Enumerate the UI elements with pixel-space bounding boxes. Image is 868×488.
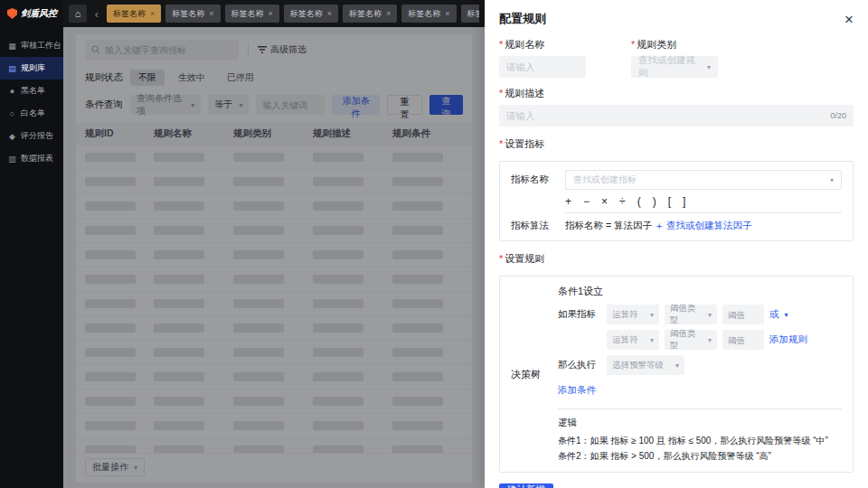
sidebar-item-label: 规则库 (21, 62, 45, 74)
operator-select[interactable]: 运算符 (607, 305, 659, 324)
drawer-mask[interactable] (63, 27, 485, 488)
tab-label: 标签名称 (231, 8, 264, 20)
operator-button[interactable]: ) (653, 196, 656, 207)
tab-label: 标签名称 (408, 8, 440, 20)
condition-row-2: 运算符 阈值类型 添加规则 (607, 330, 842, 350)
tab[interactable]: 标签名称 × (343, 5, 397, 23)
whitelist-icon: ○ (7, 109, 17, 118)
rule-desc-label: 规则描述 (499, 87, 854, 100)
sidebar-item-label: 数据报表 (21, 153, 53, 164)
operator-button[interactable]: ÷ (619, 196, 626, 207)
expression-plus: + (656, 221, 662, 231)
sidebar-item[interactable]: ○ 白名单 (0, 102, 63, 125)
char-counter: 0/20 (830, 111, 846, 120)
then-row: 那么执行 选择预警等级 (558, 355, 842, 375)
confirm-add-button[interactable]: 确认新增 (499, 483, 553, 488)
or-dropdown[interactable]: 或 (769, 308, 788, 321)
operator-select[interactable]: 运算符 (607, 330, 659, 350)
tab-close-icon[interactable]: × (209, 9, 213, 18)
logic-label: 逻辑 (558, 417, 842, 429)
sidebar-item-label: 评分报告 (21, 130, 53, 142)
tab[interactable]: 标签名称 × (165, 5, 220, 23)
operator-button[interactable]: × (601, 196, 608, 207)
create-algo-factor-link[interactable]: 查找或创建算法因子 (666, 220, 752, 232)
close-icon[interactable]: × (844, 12, 854, 27)
sidebar-menu: ▦ 审核工作台 ▤ 规则库 ● 黑名单 ○ 白名单 ◆ 评分报告 ▥ 数据报表 (0, 34, 63, 170)
logic-line: 条件1：如果 指标 ≥ 100 且 指标 ≤ 500，那么执行风险预警等级 “中… (558, 433, 842, 448)
condition-title: 条件1设立 (558, 285, 842, 298)
if-indicator-label: 如果指标 (558, 308, 601, 321)
operator-button[interactable]: [ (668, 196, 671, 207)
tab[interactable]: 标签名称 × (225, 5, 279, 23)
indicator-section-label: 设置指标 (499, 137, 854, 151)
decision-tree-label: 决策树 (511, 285, 549, 464)
sidebar-item[interactable]: ◆ 评分报告 (0, 125, 63, 147)
add-rule-link[interactable]: 添加规则 (769, 333, 807, 346)
tab[interactable]: 标签名称 × (107, 5, 161, 23)
threshold-input[interactable] (722, 305, 764, 324)
tab[interactable]: 标签名称 × (401, 5, 456, 23)
sidebar-item[interactable]: ▦ 审核工作台 (0, 34, 63, 57)
tab-close-icon[interactable]: × (327, 9, 332, 18)
tab-bar: ⌂ ‹ 标签名称 × 标签名称 × 标签名称 × 标签名称 × 标签名称 × (63, 0, 485, 27)
operator-button[interactable]: − (583, 196, 590, 207)
app-title: 剑盾风控 (21, 7, 57, 20)
name-type-row: 规则名称 规则类别 查找或创建规则 (499, 38, 854, 78)
rule-type-select[interactable]: 查找或创建规则 (631, 56, 718, 78)
sidebar-item[interactable]: ▤ 规则库 (0, 57, 63, 80)
indicator-algo-label: 指标算法 (511, 220, 558, 232)
logic-lines: 条件1：如果 指标 ≥ 100 且 指标 ≤ 500，那么执行风险预警等级 “中… (558, 433, 842, 464)
algorithm-expression: 指标名称 = 算法因子 + 查找或创建算法因子 (565, 220, 842, 232)
config-rule-drawer: 配置规则 × 规则名称 规则类别 查找或创建规则 规则描述 0/20 设置指标 … (485, 0, 868, 488)
rule-library-icon: ▤ (7, 64, 17, 73)
data-report-icon: ▥ (7, 155, 17, 164)
operator-button[interactable]: ] (683, 196, 685, 207)
tab-list: 标签名称 × 标签名称 × 标签名称 × 标签名称 × 标签名称 × 标签名称 … (107, 5, 479, 23)
rule-name-label: 规则名称 (499, 38, 586, 52)
tab-close-icon[interactable]: × (386, 9, 391, 18)
rule-type-label: 规则类别 (631, 38, 718, 52)
rule-name-input[interactable] (499, 56, 586, 78)
rule-desc-input[interactable] (499, 105, 854, 127)
home-icon: ⌂ (75, 8, 81, 19)
sidebar-item-label: 黑名单 (21, 85, 45, 97)
logic-divider (558, 408, 842, 409)
sidebar-item[interactable]: ● 黑名单 (0, 80, 63, 102)
operator-button[interactable]: + (565, 196, 571, 207)
tab[interactable]: 标签名称 × (284, 5, 338, 23)
condition-row-1: 如果指标 运算符 阈值类型 或 (558, 305, 842, 324)
tab-label: 标签名称 (349, 8, 382, 20)
tab-label: 标签名称 (172, 8, 204, 20)
decision-tree-box: 决策树 条件1设立 如果指标 运算符 阈值类型 或 运算符 阈值类型 添加规则 (499, 276, 854, 473)
add-condition-link[interactable]: 添加条件 (558, 384, 596, 397)
tab-close-icon[interactable]: × (150, 9, 155, 18)
indicator-name-select[interactable]: 查找或创建指标 (565, 170, 842, 190)
tab-label: 标签名称 (467, 8, 479, 20)
sidebar-item-label: 白名单 (21, 108, 45, 119)
logic-line: 条件2：如果 指标 > 500，那么执行风险预警等级 “高” (558, 448, 842, 464)
main-region: ⌂ ‹ 标签名称 × 标签名称 × 标签名称 × 标签名称 × 标签名称 × (63, 0, 485, 488)
then-execute-label: 那么执行 (558, 359, 601, 371)
score-report-icon: ◆ (7, 132, 17, 141)
tab-close-icon[interactable]: × (269, 9, 273, 18)
blacklist-icon: ● (7, 87, 17, 96)
sidebar-item-label: 审核工作台 (21, 40, 61, 52)
sidebar-item[interactable]: ▥ 数据报表 (0, 147, 63, 170)
workbench-icon: ▦ (7, 42, 17, 51)
tab-label: 标签名称 (113, 8, 146, 20)
indicator-name-label: 指标名称 (511, 174, 558, 186)
back-chevron-icon[interactable]: ‹ (92, 8, 101, 20)
tab[interactable]: 标签名称 × (461, 5, 479, 23)
rule-library-page: 高级筛选 规则状态 不限生效中已停用 条件查询 查询条件选项 等于 添加条件 重… (63, 27, 485, 488)
operator-toolbar: +−×÷()[] (565, 196, 842, 213)
warning-level-select[interactable]: 选择预警等级 (607, 355, 684, 375)
threshold-type-select[interactable]: 阈值类型 (665, 330, 717, 350)
expression-text: 指标名称 = 算法因子 (565, 220, 652, 232)
app-logo: 剑盾风控 (0, 0, 63, 27)
threshold-input[interactable] (722, 330, 764, 350)
home-button[interactable]: ⌂ (69, 5, 87, 23)
threshold-type-select[interactable]: 阈值类型 (665, 305, 717, 324)
tab-close-icon[interactable]: × (445, 9, 449, 18)
rule-desc-field: 规则描述 0/20 (499, 87, 854, 127)
operator-button[interactable]: ( (637, 196, 641, 207)
